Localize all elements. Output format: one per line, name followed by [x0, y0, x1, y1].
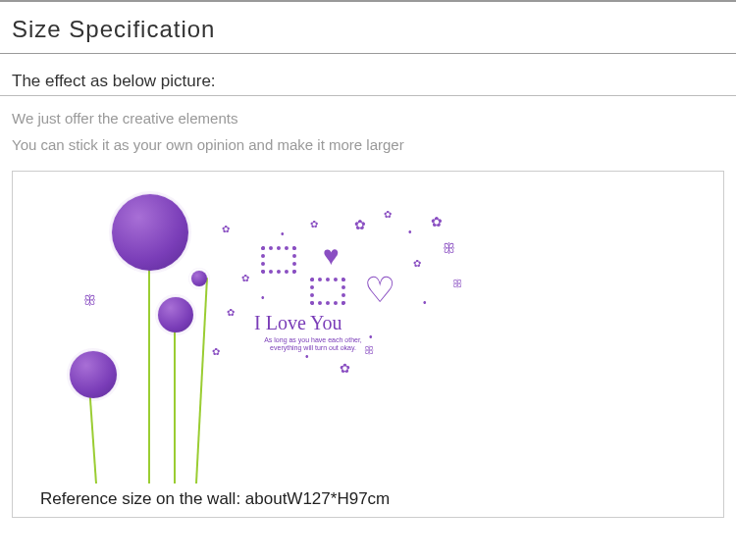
subtitle: The effect as below picture: — [0, 72, 736, 91]
petal-icon: ✿ — [241, 273, 249, 283]
petal-icon: • — [261, 292, 265, 303]
petal-icon: ✿ — [222, 224, 230, 234]
stem-icon — [174, 317, 176, 484]
heart-outline-icon: ♡ — [364, 270, 395, 311]
stem-icon — [195, 278, 208, 484]
petal-icon: • — [423, 297, 427, 308]
petal-icon: ✿ — [431, 214, 443, 229]
description-line-2: You can stick it as your own opinion and… — [0, 136, 736, 153]
script-text: I Love You — [254, 312, 342, 334]
petal-icon: ✿ — [413, 258, 421, 269]
butterfly-icon: ꕥ — [443, 240, 455, 257]
top-border — [0, 0, 736, 2]
petal-icon: ✿ — [340, 361, 350, 376]
caption-line-1: As long as you have each other, — [264, 336, 362, 343]
petal-icon: ✿ — [227, 307, 235, 318]
product-image-frame: ♥ ♡ ✿ ✿ ✿ • • ✿ ✿ ✿ • ✿ ✿ • • ✿ • ✿ ꕥ ꕥ … — [12, 171, 724, 518]
product-image: ♥ ♡ ✿ ✿ ✿ • • ✿ ✿ ✿ • ✿ ✿ • • ✿ • ✿ ꕥ ꕥ … — [21, 179, 715, 484]
petal-icon: ✿ — [310, 219, 318, 229]
reference-size-label: Reference size on the wall: aboutW127*H9… — [21, 484, 715, 513]
butterfly-icon: ꕥ — [452, 278, 462, 290]
caption-text: As long as you have each other, everythi… — [254, 336, 372, 353]
description-line-1: We just offer the creative elements — [0, 110, 736, 127]
flower-ball-icon — [112, 194, 188, 271]
petal-icon: • — [408, 227, 412, 237]
photo-frame-icon — [310, 278, 345, 305]
subtitle-underline — [0, 95, 736, 96]
petal-icon: ✿ — [384, 209, 392, 220]
photo-frame-icon — [261, 246, 296, 274]
title-underline — [0, 53, 736, 54]
section-title: Size Specification — [0, 6, 736, 53]
flower-ball-icon — [70, 351, 117, 398]
caption-line-2: everything will turn out okay. — [270, 344, 356, 351]
flower-ball-icon — [158, 297, 193, 332]
petal-icon: • — [281, 229, 285, 239]
flower-ball-icon — [191, 271, 207, 286]
petal-icon: ✿ — [354, 217, 366, 232]
petal-icon: ✿ — [212, 346, 220, 357]
butterfly-icon: ꕥ — [83, 292, 96, 309]
heart-icon: ♥ — [323, 240, 340, 272]
